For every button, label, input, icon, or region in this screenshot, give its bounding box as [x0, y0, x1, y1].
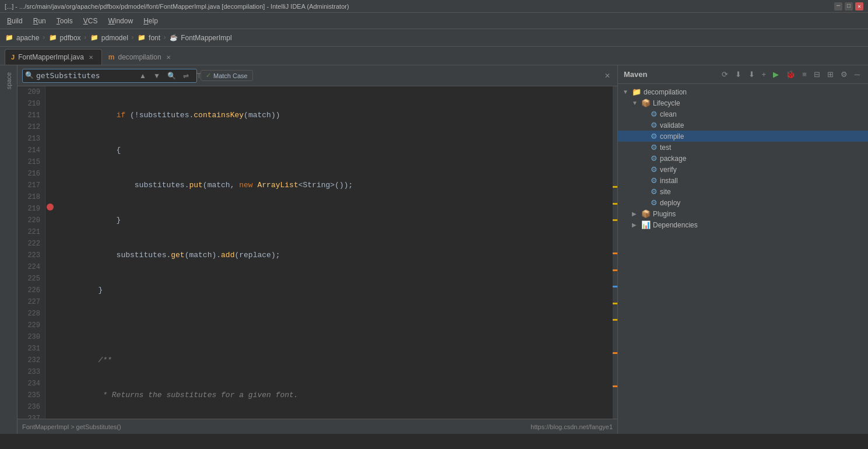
maven-title: Maven — [624, 70, 647, 79]
menu-run[interactable]: Run — [29, 15, 51, 27]
maven-minimize-button[interactable]: ─ — [852, 69, 862, 80]
tree-label-plugins: Plugins — [653, 210, 676, 218]
search-options-button[interactable]: ⇌ — [181, 71, 191, 81]
search-icon: 🔍 — [25, 71, 34, 80]
match-case-check: ✓ — [206, 72, 211, 79]
maven-download2-button[interactable]: ⬇ — [746, 69, 757, 80]
tree-label-validate: validate — [660, 121, 684, 129]
tab-decompilation[interactable]: m decompilation ✕ — [102, 49, 180, 65]
tree-label-compile: compile — [660, 132, 684, 141]
editor-area: 🔍 ▲ ▼ 🔍 ⇌ ⊤ | ⊞ ⊟ ✓ Match Case ✕ — [17, 65, 617, 434]
tree-label-lifecycle: Lifecycle — [653, 99, 680, 107]
gear-icon-clean: ⚙ — [651, 110, 658, 118]
breadcrumb-sep-3: › — [131, 34, 135, 42]
search-input-wrapper: 🔍 ▲ ▼ 🔍 ⇌ ⊤ | ⊞ ⊟ — [22, 69, 197, 83]
code-container[interactable]: 209 210 211 212 213 214 215 216 217 218 … — [17, 86, 617, 419]
maximize-button[interactable]: □ — [845, 2, 853, 10]
tree-label-decompilation: decompilation — [644, 88, 687, 96]
gear-icon-install: ⚙ — [651, 176, 658, 185]
title-text: [...] - .../src/main/java/org/apache/pdf… — [5, 3, 349, 10]
bottom-breadcrumb: FontMapperImpl > getSubstitutes() — [22, 423, 121, 430]
match-case-label: Match Case — [213, 72, 248, 79]
tree-arrow-lifecycle: ▼ — [632, 100, 639, 106]
maven-tree-item-site[interactable]: ▶ ⚙ site — [618, 186, 868, 197]
folder-icon-decompilation: 📁 — [632, 87, 641, 96]
maven-tree-item-test[interactable]: ▶ ⚙ test — [618, 142, 868, 153]
menu-help[interactable]: Help — [139, 15, 163, 27]
status-right: https://blog.csdn.net/fangye1 — [530, 423, 613, 430]
maven-tree-item-verify[interactable]: ▶ ⚙ verify — [618, 164, 868, 175]
maven-add-button[interactable]: + — [760, 69, 769, 80]
maven-tree-item-deploy[interactable]: ▶ ⚙ deploy — [618, 197, 868, 208]
search-close-button[interactable]: ✕ — [602, 71, 613, 81]
maven-refresh-button[interactable]: ⟳ — [719, 69, 730, 80]
search-find-button[interactable]: 🔍 — [165, 71, 178, 81]
java-tab-icon: J — [11, 54, 15, 61]
maven-tree-item-dependencies[interactable]: ▶ 📊 Dependencies — [618, 219, 868, 230]
gear-icon-validate: ⚙ — [651, 121, 658, 129]
maven-tree-item-lifecycle[interactable]: ▼ 📦 Lifecycle — [618, 97, 868, 108]
breadcrumb-sep-1: › — [41, 34, 45, 42]
code-line-215 — [62, 320, 613, 331]
tab-close-fontmapperimpl[interactable]: ✕ — [87, 54, 94, 61]
maven-tree-item-compile[interactable]: ▶ ⚙ compile ← — [618, 131, 868, 142]
search-input[interactable] — [36, 71, 135, 80]
maven-expand-button[interactable]: ⊞ — [825, 69, 836, 80]
breadcrumb-pdmodel[interactable]: 📁 pdmodel — [90, 33, 128, 43]
scroll-marker-3 — [613, 219, 617, 221]
menu-tools[interactable]: Tools — [52, 15, 78, 27]
breadcrumb-fontmapperimpl[interactable]: ☕ FontMapperImpl — [169, 33, 231, 43]
maven-tree-item-install[interactable]: ▶ ⚙ install — [618, 175, 868, 186]
tree-arrow-dependencies: ▶ — [632, 222, 639, 228]
breadcrumb-label-font: font — [149, 34, 160, 42]
menu-window[interactable]: Window — [103, 15, 138, 27]
title-bar: [...] - .../src/main/java/org/apache/pdf… — [0, 0, 868, 13]
tab-close-decompilation[interactable]: ✕ — [165, 54, 172, 61]
search-prev-button[interactable]: ▲ — [137, 71, 149, 81]
scroll-marker-7 — [613, 319, 617, 321]
maven-tree: ▼ 📁 decompilation ▼ 📦 Lifecycle ▶ ⚙ clea… — [618, 84, 868, 434]
maven-debug-button[interactable]: 🐞 — [783, 69, 797, 80]
code-line-217: * Returns the substitutes for a given fo… — [62, 390, 613, 401]
maven-download-button[interactable]: ⬇ — [733, 69, 744, 80]
folder-icon-3: 📁 — [90, 33, 99, 43]
close-button[interactable]: ✕ — [855, 2, 863, 10]
menu-vcs[interactable]: VCS — [79, 15, 103, 27]
scroll-marker-6 — [613, 303, 617, 304]
breadcrumb-font[interactable]: 📁 font — [137, 33, 160, 43]
maven-tree-item-clean[interactable]: ▶ ⚙ clean — [618, 108, 868, 120]
line-numbers: 209 210 211 212 213 214 215 216 217 218 … — [17, 86, 45, 419]
tab-fontmapperimpl[interactable]: J FontMapperImpl.java ✕ — [5, 49, 102, 65]
minimize-button[interactable]: ─ — [834, 2, 842, 10]
left-panel-label: space — [4, 68, 13, 94]
maven-gear-button[interactable]: ⚙ — [838, 69, 850, 80]
maven-tree-item-package[interactable]: ▶ ⚙ package — [618, 153, 868, 164]
gear-icon-deploy: ⚙ — [651, 198, 658, 207]
maven-tree-item-validate[interactable]: ▶ ⚙ validate — [618, 120, 868, 131]
scroll-marker-5 — [613, 269, 617, 271]
menu-bar: Build Run Tools VCS Window Help — [0, 13, 868, 29]
search-next-button[interactable]: ▼ — [151, 71, 163, 81]
code-line-209: if (!substitutes.containsKey(match)) — [62, 110, 613, 121]
gear-icon-package: ⚙ — [651, 154, 658, 163]
tree-arrow-decompilation: ▼ — [623, 89, 630, 95]
breadcrumb-pdfbox[interactable]: 📁 pdfbox — [48, 33, 81, 43]
maven-collapse-button[interactable]: ⊟ — [811, 69, 823, 80]
breadcrumb-label-pdmodel: pdmodel — [101, 34, 128, 42]
tree-label-site: site — [660, 188, 671, 196]
menu-build[interactable]: Build — [2, 15, 27, 27]
code-line-211: substitutes.put(match, new ArrayList<Str… — [62, 180, 613, 191]
tree-label-package: package — [660, 155, 686, 163]
match-case-button[interactable]: ✓ Match Case — [201, 70, 253, 81]
maven-run-button[interactable]: ▶ — [771, 69, 781, 80]
maven-tree-item-decompilation[interactable]: ▼ 📁 decompilation — [618, 86, 868, 97]
folder-icon-dependencies: 📊 — [641, 220, 651, 229]
scroll-marker-2 — [613, 203, 617, 205]
breadcrumb-apache[interactable]: 📁 apache — [5, 33, 39, 43]
gear-icon-site: ⚙ — [651, 187, 658, 196]
maven-tree-item-plugins[interactable]: ▶ 📦 Plugins — [618, 208, 868, 219]
tree-label-test: test — [660, 143, 671, 152]
maven-more-button[interactable]: ≡ — [800, 69, 809, 80]
java-file-icon: ☕ — [169, 33, 178, 43]
maven-header: Maven ⟳ ⬇ ⬇ + ▶ 🐞 ≡ ⊟ ⊞ ⚙ ─ — [618, 65, 868, 84]
